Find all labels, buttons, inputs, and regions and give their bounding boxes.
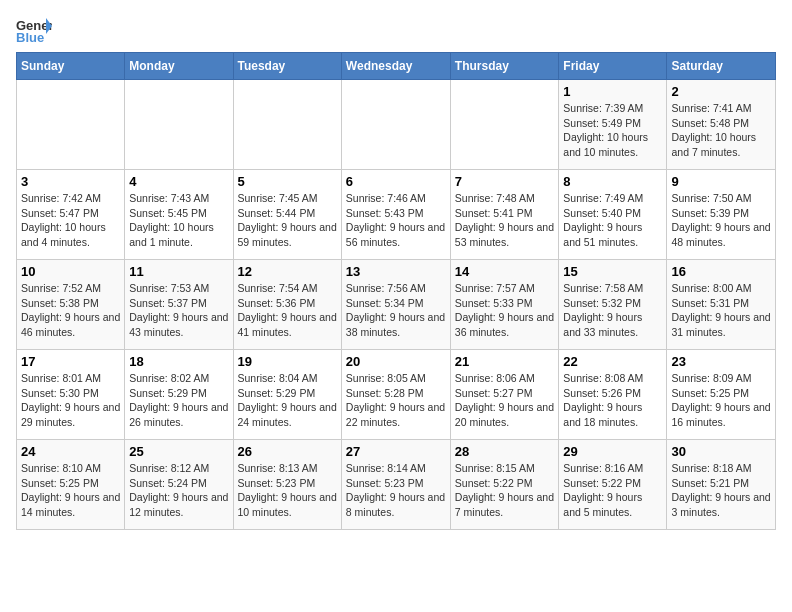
day-info: Sunrise: 8:08 AM Sunset: 5:26 PM Dayligh… <box>563 371 662 430</box>
day-info: Sunrise: 7:39 AM Sunset: 5:49 PM Dayligh… <box>563 101 662 160</box>
day-number: 17 <box>21 354 120 369</box>
calendar-cell: 24Sunrise: 8:10 AM Sunset: 5:25 PM Dayli… <box>17 440 125 530</box>
calendar-cell: 9Sunrise: 7:50 AM Sunset: 5:39 PM Daylig… <box>667 170 776 260</box>
day-info: Sunrise: 8:14 AM Sunset: 5:23 PM Dayligh… <box>346 461 446 520</box>
day-number: 5 <box>238 174 337 189</box>
day-number: 30 <box>671 444 771 459</box>
calendar-cell <box>233 80 341 170</box>
day-number: 21 <box>455 354 555 369</box>
calendar-table: SundayMondayTuesdayWednesdayThursdayFrid… <box>16 52 776 530</box>
calendar-cell: 1Sunrise: 7:39 AM Sunset: 5:49 PM Daylig… <box>559 80 667 170</box>
calendar-cell: 30Sunrise: 8:18 AM Sunset: 5:21 PM Dayli… <box>667 440 776 530</box>
calendar-cell: 14Sunrise: 7:57 AM Sunset: 5:33 PM Dayli… <box>450 260 559 350</box>
calendar-cell <box>17 80 125 170</box>
day-number: 18 <box>129 354 228 369</box>
day-info: Sunrise: 7:48 AM Sunset: 5:41 PM Dayligh… <box>455 191 555 250</box>
calendar-cell: 7Sunrise: 7:48 AM Sunset: 5:41 PM Daylig… <box>450 170 559 260</box>
calendar-cell: 27Sunrise: 8:14 AM Sunset: 5:23 PM Dayli… <box>341 440 450 530</box>
calendar-cell: 15Sunrise: 7:58 AM Sunset: 5:32 PM Dayli… <box>559 260 667 350</box>
calendar-cell: 18Sunrise: 8:02 AM Sunset: 5:29 PM Dayli… <box>125 350 233 440</box>
day-number: 11 <box>129 264 228 279</box>
weekday-header-friday: Friday <box>559 53 667 80</box>
day-number: 2 <box>671 84 771 99</box>
day-info: Sunrise: 8:13 AM Sunset: 5:23 PM Dayligh… <box>238 461 337 520</box>
day-info: Sunrise: 7:57 AM Sunset: 5:33 PM Dayligh… <box>455 281 555 340</box>
svg-text:Blue: Blue <box>16 30 44 44</box>
day-info: Sunrise: 7:53 AM Sunset: 5:37 PM Dayligh… <box>129 281 228 340</box>
day-number: 8 <box>563 174 662 189</box>
day-info: Sunrise: 7:46 AM Sunset: 5:43 PM Dayligh… <box>346 191 446 250</box>
calendar-cell: 22Sunrise: 8:08 AM Sunset: 5:26 PM Dayli… <box>559 350 667 440</box>
day-info: Sunrise: 7:52 AM Sunset: 5:38 PM Dayligh… <box>21 281 120 340</box>
calendar-cell: 23Sunrise: 8:09 AM Sunset: 5:25 PM Dayli… <box>667 350 776 440</box>
day-number: 23 <box>671 354 771 369</box>
day-number: 24 <box>21 444 120 459</box>
day-number: 20 <box>346 354 446 369</box>
day-number: 6 <box>346 174 446 189</box>
day-number: 26 <box>238 444 337 459</box>
day-info: Sunrise: 7:54 AM Sunset: 5:36 PM Dayligh… <box>238 281 337 340</box>
day-info: Sunrise: 8:15 AM Sunset: 5:22 PM Dayligh… <box>455 461 555 520</box>
logo: General Blue <box>16 16 56 44</box>
calendar-cell: 12Sunrise: 7:54 AM Sunset: 5:36 PM Dayli… <box>233 260 341 350</box>
day-info: Sunrise: 8:05 AM Sunset: 5:28 PM Dayligh… <box>346 371 446 430</box>
day-number: 3 <box>21 174 120 189</box>
calendar-cell: 3Sunrise: 7:42 AM Sunset: 5:47 PM Daylig… <box>17 170 125 260</box>
weekday-header-thursday: Thursday <box>450 53 559 80</box>
calendar-cell: 17Sunrise: 8:01 AM Sunset: 5:30 PM Dayli… <box>17 350 125 440</box>
day-info: Sunrise: 7:42 AM Sunset: 5:47 PM Dayligh… <box>21 191 120 250</box>
calendar-cell: 16Sunrise: 8:00 AM Sunset: 5:31 PM Dayli… <box>667 260 776 350</box>
day-info: Sunrise: 7:43 AM Sunset: 5:45 PM Dayligh… <box>129 191 228 250</box>
day-number: 16 <box>671 264 771 279</box>
day-number: 22 <box>563 354 662 369</box>
day-number: 12 <box>238 264 337 279</box>
day-info: Sunrise: 7:49 AM Sunset: 5:40 PM Dayligh… <box>563 191 662 250</box>
calendar-cell: 26Sunrise: 8:13 AM Sunset: 5:23 PM Dayli… <box>233 440 341 530</box>
calendar-cell: 6Sunrise: 7:46 AM Sunset: 5:43 PM Daylig… <box>341 170 450 260</box>
day-info: Sunrise: 7:58 AM Sunset: 5:32 PM Dayligh… <box>563 281 662 340</box>
day-number: 4 <box>129 174 228 189</box>
day-number: 14 <box>455 264 555 279</box>
day-number: 7 <box>455 174 555 189</box>
page-header: General Blue <box>16 16 776 44</box>
calendar-cell: 10Sunrise: 7:52 AM Sunset: 5:38 PM Dayli… <box>17 260 125 350</box>
day-number: 9 <box>671 174 771 189</box>
weekday-header-saturday: Saturday <box>667 53 776 80</box>
day-info: Sunrise: 8:10 AM Sunset: 5:25 PM Dayligh… <box>21 461 120 520</box>
weekday-header-wednesday: Wednesday <box>341 53 450 80</box>
day-info: Sunrise: 7:41 AM Sunset: 5:48 PM Dayligh… <box>671 101 771 160</box>
day-info: Sunrise: 8:02 AM Sunset: 5:29 PM Dayligh… <box>129 371 228 430</box>
day-info: Sunrise: 8:16 AM Sunset: 5:22 PM Dayligh… <box>563 461 662 520</box>
calendar-cell: 4Sunrise: 7:43 AM Sunset: 5:45 PM Daylig… <box>125 170 233 260</box>
day-info: Sunrise: 8:09 AM Sunset: 5:25 PM Dayligh… <box>671 371 771 430</box>
day-number: 28 <box>455 444 555 459</box>
calendar-cell: 13Sunrise: 7:56 AM Sunset: 5:34 PM Dayli… <box>341 260 450 350</box>
day-number: 27 <box>346 444 446 459</box>
day-info: Sunrise: 8:18 AM Sunset: 5:21 PM Dayligh… <box>671 461 771 520</box>
calendar-cell: 8Sunrise: 7:49 AM Sunset: 5:40 PM Daylig… <box>559 170 667 260</box>
day-info: Sunrise: 8:01 AM Sunset: 5:30 PM Dayligh… <box>21 371 120 430</box>
weekday-header-monday: Monday <box>125 53 233 80</box>
day-info: Sunrise: 8:06 AM Sunset: 5:27 PM Dayligh… <box>455 371 555 430</box>
calendar-cell <box>450 80 559 170</box>
day-info: Sunrise: 7:56 AM Sunset: 5:34 PM Dayligh… <box>346 281 446 340</box>
day-info: Sunrise: 7:50 AM Sunset: 5:39 PM Dayligh… <box>671 191 771 250</box>
calendar-cell <box>125 80 233 170</box>
day-number: 13 <box>346 264 446 279</box>
calendar-cell: 19Sunrise: 8:04 AM Sunset: 5:29 PM Dayli… <box>233 350 341 440</box>
calendar-cell: 20Sunrise: 8:05 AM Sunset: 5:28 PM Dayli… <box>341 350 450 440</box>
day-number: 10 <box>21 264 120 279</box>
day-info: Sunrise: 8:12 AM Sunset: 5:24 PM Dayligh… <box>129 461 228 520</box>
calendar-cell: 21Sunrise: 8:06 AM Sunset: 5:27 PM Dayli… <box>450 350 559 440</box>
weekday-header-tuesday: Tuesday <box>233 53 341 80</box>
day-number: 19 <box>238 354 337 369</box>
logo-icon: General Blue <box>16 16 52 44</box>
day-info: Sunrise: 8:00 AM Sunset: 5:31 PM Dayligh… <box>671 281 771 340</box>
calendar-cell: 5Sunrise: 7:45 AM Sunset: 5:44 PM Daylig… <box>233 170 341 260</box>
calendar-cell: 25Sunrise: 8:12 AM Sunset: 5:24 PM Dayli… <box>125 440 233 530</box>
day-number: 29 <box>563 444 662 459</box>
calendar-cell <box>341 80 450 170</box>
calendar-cell: 29Sunrise: 8:16 AM Sunset: 5:22 PM Dayli… <box>559 440 667 530</box>
day-info: Sunrise: 7:45 AM Sunset: 5:44 PM Dayligh… <box>238 191 337 250</box>
calendar-cell: 28Sunrise: 8:15 AM Sunset: 5:22 PM Dayli… <box>450 440 559 530</box>
